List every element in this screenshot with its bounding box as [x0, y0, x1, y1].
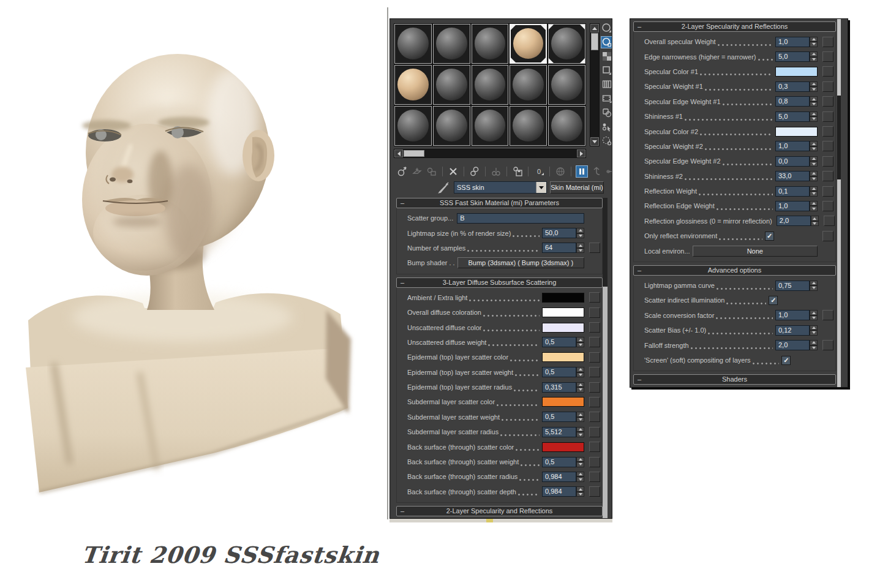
specular-weight-2-map-button[interactable] — [822, 141, 833, 151]
spinner-up-button[interactable] — [810, 141, 818, 146]
scroll-thumb[interactable] — [837, 19, 841, 96]
spinner-down-button[interactable] — [810, 345, 818, 351]
two-layer-specularity-rollout-header[interactable]: –2-Layer Specularity and Reflections — [633, 21, 836, 32]
reflection-weight-map-button[interactable] — [822, 186, 833, 197]
scatter-group-field[interactable]: B — [457, 213, 584, 224]
assign-material-to-selection-icon[interactable] — [426, 165, 438, 178]
subdermal-scatter-color-swatch[interactable] — [542, 397, 584, 407]
sss-fast-skin-parameters-rollout-header[interactable]: –SSS Fast Skin Material (mi) Parameters — [396, 198, 603, 208]
sample-slot[interactable] — [394, 24, 432, 64]
options-icon[interactable] — [601, 107, 613, 119]
dropdown-arrow-button[interactable] — [536, 182, 546, 193]
scatter-indirect-illumination-checkbox[interactable]: ✓ — [769, 296, 778, 305]
specular-color-1-swatch[interactable] — [775, 67, 818, 77]
show-map-in-viewport-icon[interactable] — [554, 165, 566, 178]
value-spinner[interactable] — [810, 310, 818, 320]
specular-edge-weight-1-map-button[interactable] — [822, 96, 833, 107]
scatter-bias-field[interactable]: 0,12 — [775, 325, 810, 336]
spinner-down-button[interactable] — [576, 248, 584, 254]
shininess-1-map-button[interactable] — [822, 111, 833, 122]
epidermal-scatter-weight-field[interactable]: 0,5 — [542, 367, 576, 377]
unscattered-diffuse-color-map-button[interactable] — [589, 322, 600, 333]
sample-slot[interactable] — [548, 106, 585, 146]
spinner-up-button[interactable] — [576, 228, 584, 233]
material-id-channel-icon[interactable]: 0 — [533, 165, 545, 178]
spinner-down-button[interactable] — [810, 161, 818, 167]
spinner-down-button[interactable] — [576, 387, 584, 393]
spinner-up-button[interactable] — [576, 243, 584, 248]
spinner-up-button[interactable] — [810, 310, 818, 315]
spinner-down-button[interactable] — [810, 206, 818, 211]
only-reflect-environment-checkbox[interactable]: ✓ — [765, 232, 774, 241]
back-scatter-color-swatch[interactable] — [542, 442, 584, 452]
get-material-icon[interactable] — [396, 165, 408, 178]
make-unique-icon[interactable] — [490, 165, 502, 178]
spinner-down-button[interactable] — [576, 477, 584, 482]
value-spinner[interactable] — [576, 486, 584, 497]
local-environ-button[interactable]: None — [693, 246, 818, 257]
sample-uv-tiling-icon[interactable] — [601, 64, 613, 77]
specular-edge-weight-1-field[interactable]: 0,8 — [775, 96, 810, 107]
sample-slot[interactable] — [472, 65, 509, 105]
value-spinner[interactable] — [810, 171, 818, 181]
overall-specular-weight-field[interactable]: 1,0 — [775, 37, 810, 47]
sample-slot[interactable] — [548, 65, 585, 105]
material-map-navigator-icon[interactable] — [601, 135, 613, 147]
spinner-down-button[interactable] — [810, 42, 818, 47]
spinner-up-button[interactable] — [810, 37, 818, 42]
spinner-up-button[interactable] — [811, 216, 819, 221]
spinner-up-button[interactable] — [576, 486, 584, 492]
right-panel-scrollbar[interactable] — [837, 19, 841, 387]
spinner-up-button[interactable] — [576, 427, 584, 432]
value-spinner[interactable] — [810, 201, 818, 211]
sample-slot[interactable] — [510, 24, 547, 64]
lightmap-size-field[interactable]: 50,0 — [542, 228, 576, 238]
sample-slot[interactable] — [433, 65, 470, 105]
overall-specular-weight-map-button[interactable] — [822, 37, 833, 47]
scroll-thumb[interactable] — [404, 150, 424, 157]
subdermal-scatter-weight-map-button[interactable] — [589, 412, 600, 422]
spinner-up-button[interactable] — [576, 382, 584, 388]
spinner-down-button[interactable] — [576, 233, 584, 239]
scale-conversion-factor-field[interactable]: 1,0 — [775, 310, 810, 320]
value-spinner[interactable] — [810, 340, 818, 350]
sample-slot[interactable] — [510, 65, 547, 105]
subdermal-scatter-color-map-button[interactable] — [589, 397, 600, 407]
specular-weight-1-map-button[interactable] — [822, 81, 833, 92]
spinner-down-button[interactable] — [810, 330, 818, 336]
shininess-1-field[interactable]: 5,0 — [775, 111, 810, 122]
scroll-thumb[interactable] — [837, 179, 841, 387]
specular-edge-weight-2-field[interactable]: 0,0 — [775, 156, 810, 167]
make-preview-icon[interactable] — [601, 92, 613, 105]
value-spinner[interactable] — [810, 141, 818, 151]
subdermal-scatter-radius-field[interactable]: 5,512 — [542, 427, 576, 437]
back-scatter-weight-map-button[interactable] — [589, 457, 600, 467]
show-end-result-icon[interactable] — [576, 165, 588, 178]
only-reflect-environment-map-button[interactable] — [822, 231, 833, 241]
spinner-down-button[interactable] — [810, 86, 818, 92]
spinner-up-button[interactable] — [810, 96, 818, 102]
material-type-button[interactable]: Skin Material (mi) — [550, 181, 604, 194]
value-spinner[interactable] — [810, 96, 818, 107]
overall-diffuse-coloration-map-button[interactable] — [589, 307, 600, 318]
specular-edge-weight-2-map-button[interactable] — [822, 156, 833, 167]
slots-horizontal-scrollbar[interactable] — [394, 149, 586, 158]
spinner-down-button[interactable] — [576, 372, 584, 378]
reset-map-mtl-icon[interactable] — [447, 165, 459, 178]
sample-slot[interactable] — [510, 106, 547, 146]
scale-conversion-factor-map-button[interactable] — [822, 310, 833, 320]
reflection-glossiness-map-button[interactable] — [824, 216, 835, 226]
backlight-icon[interactable] — [601, 36, 613, 48]
number-of-samples-map-button[interactable] — [589, 243, 600, 253]
bump-shader-button[interactable]: Bump (3dsmax) ( Bump (3dsmax) ) — [457, 257, 584, 268]
edge-narrowness-field[interactable]: 5,0 — [775, 51, 810, 62]
sample-type-icon[interactable] — [601, 22, 613, 34]
spinner-up-button[interactable] — [810, 186, 818, 192]
spinner-down-button[interactable] — [576, 417, 584, 423]
value-spinner[interactable] — [810, 325, 818, 336]
value-spinner[interactable] — [576, 382, 584, 393]
scroll-left-button[interactable] — [394, 149, 403, 157]
spinner-up-button[interactable] — [810, 81, 818, 87]
spinner-down-button[interactable] — [810, 102, 818, 107]
scroll-right-button[interactable] — [577, 149, 585, 157]
